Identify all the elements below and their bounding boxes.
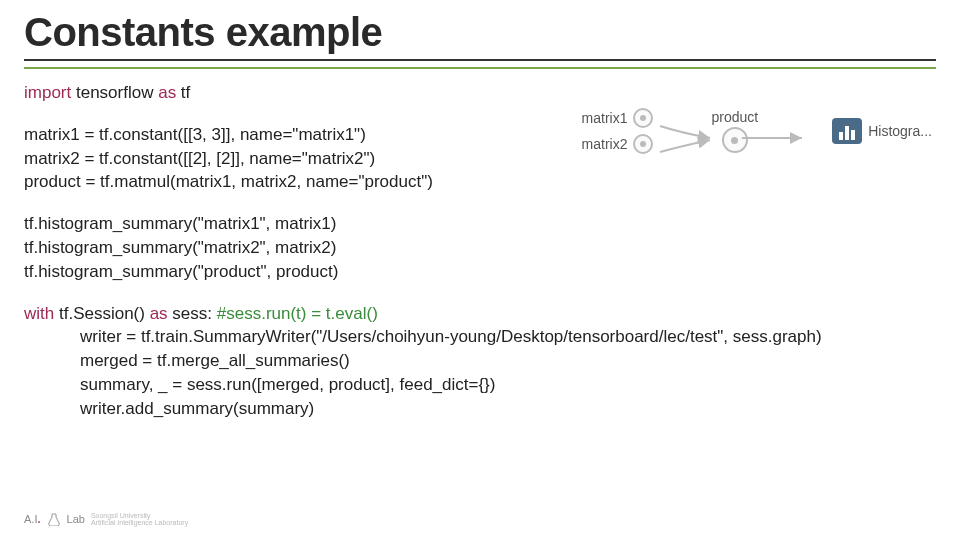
node-label: matrix1 [582, 110, 628, 126]
node-label: matrix2 [582, 136, 628, 152]
code-line: merged = tf.merge_all_summaries() [24, 349, 936, 373]
node-circle-icon [633, 108, 653, 128]
keyword-with: with [24, 304, 54, 323]
code-line: tf.histogram_summary("product", product) [24, 260, 936, 284]
histogram-label: Histogra... [868, 123, 932, 139]
code-line: writer.add_summary(summary) [24, 397, 936, 421]
graph-node-matrix2: matrix2 [582, 134, 654, 154]
keyword-as: as [150, 304, 168, 323]
footer-brand: A.I. [24, 513, 41, 525]
slide-root: Constants example import tensorflow as t… [0, 0, 960, 421]
product-node-icon [722, 127, 748, 153]
code-line: import tensorflow as tf [24, 81, 936, 105]
footer-sub2: Artificial Intelligence Laboratory [91, 519, 188, 526]
graph-diagram: matrix1 matrix2 product Histogra... [582, 108, 932, 154]
code-block-import: import tensorflow as tf [24, 81, 936, 105]
product-label: product [711, 109, 758, 125]
footer-branding: A.I. Lab Soongsil University Artificial … [24, 512, 188, 526]
footer-sub1: Soongsil University [91, 512, 188, 519]
comment: #sess.run(t) = t.eval() [217, 304, 378, 323]
code-line: writer = tf.train.SummaryWriter("/Users/… [24, 325, 936, 349]
graph-inputs: matrix1 matrix2 [582, 108, 654, 154]
code-line: tf.histogram_summary("matrix1", matrix1) [24, 212, 936, 236]
code-line: with tf.Session() as sess: #sess.run(t) … [24, 302, 936, 326]
keyword-as: as [158, 83, 176, 102]
histogram-icon [832, 118, 862, 144]
code-line: product = tf.matmul(matrix1, matrix2, na… [24, 170, 936, 194]
code-line: summary, _ = sess.run([merged, product],… [24, 373, 936, 397]
graph-node-matrix1: matrix1 [582, 108, 654, 128]
code-block-session: with tf.Session() as sess: #sess.run(t) … [24, 302, 936, 421]
code-line: tf.histogram_summary("matrix2", matrix2) [24, 236, 936, 260]
slide-title: Constants example [24, 10, 936, 61]
flask-icon [47, 512, 61, 526]
footer-lab: Lab [67, 513, 85, 525]
accent-divider [24, 67, 936, 69]
code-block-summaries: tf.histogram_summary("matrix1", matrix1)… [24, 212, 936, 283]
keyword-import: import [24, 83, 71, 102]
node-circle-icon [633, 134, 653, 154]
